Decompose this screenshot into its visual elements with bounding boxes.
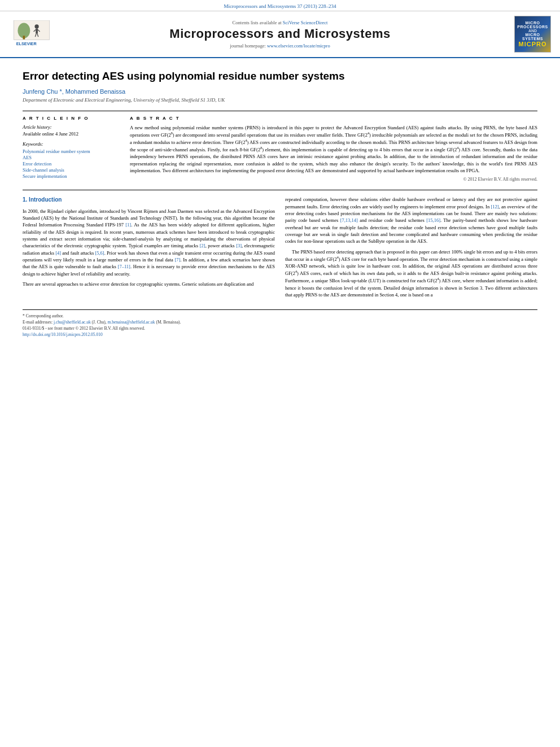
- paper-content: Error detecting AES using polynomial res…: [0, 58, 560, 350]
- keyword-1: Polynomial residue number system: [23, 148, 119, 154]
- intro-para-2: There are several approaches to achieve …: [23, 281, 275, 287]
- keywords-label: Keywords:: [23, 141, 119, 147]
- footnote-doi-link: http://dx.doi.org/10.1016/j.micpro.2012.…: [23, 332, 537, 337]
- keyword-2: AES: [23, 155, 119, 160]
- abstract-heading: A B S T R A C T: [130, 116, 537, 121]
- article-info-abstract-section: A R T I C L E I N F O Article history: A…: [23, 111, 537, 182]
- article-info-heading: A R T I C L E I N F O: [23, 116, 119, 121]
- keyword-3: Error detection: [23, 161, 119, 167]
- right-para-1: repeated computation, however these solu…: [285, 196, 537, 244]
- journal-title-area: Contents lists available at SciVerse Sci…: [60, 20, 500, 49]
- micpro-badge-text: MICPRO: [519, 41, 547, 47]
- svg-text:ELSEVIER: ELSEVIER: [16, 41, 37, 46]
- elsevier-logo-area: ELSEVIER: [9, 20, 54, 49]
- journal-citation: Microprocessors and Microsystems 37 (201…: [224, 3, 336, 9]
- article-info: A R T I C L E I N F O Article history: A…: [23, 116, 119, 182]
- email1-name: (J. Chu),: [92, 320, 107, 325]
- keyword-4: Side-channel analysis: [23, 167, 119, 173]
- journal-badge-area: MICRO PROCESSORS AND MICRO SYSTEMS MICPR…: [506, 16, 551, 53]
- section1-title: 1. Introduction: [23, 196, 275, 204]
- footnote-doi-line: 0141-9331/$ - see front matter © 2012 El…: [23, 326, 537, 331]
- body-divider: [23, 190, 537, 190]
- right-para-2: The PRNS based error detecting approach …: [285, 248, 537, 299]
- keywords-list: Polynomial residue number system AES Err…: [23, 148, 119, 179]
- journal-title: Microprocessors and Microsystems: [60, 27, 500, 41]
- email2-link[interactable]: m.benaissa@sheffield.ac.uk: [108, 320, 155, 325]
- author-names: Junfeng Chu *, Mohammed Benaissa: [23, 88, 125, 95]
- email-label: E-mail addresses:: [23, 320, 53, 325]
- footnote-corresponding: * Corresponding author.: [23, 313, 537, 318]
- body-two-col: 1. Introduction In 2000, the Rijndael ci…: [23, 196, 537, 302]
- email2-name: (M. Benaissa).: [156, 320, 181, 325]
- body-left-col: 1. Introduction In 2000, the Rijndael ci…: [23, 196, 275, 302]
- intro-para-1: In 2000, the Rijndael cipher algorithm, …: [23, 208, 275, 277]
- elsevier-logo-icon: ELSEVIER: [12, 20, 51, 49]
- doi-url[interactable]: http://dx.doi.org/10.1016/j.micpro.2012.…: [23, 332, 103, 337]
- svg-point-3: [34, 24, 38, 28]
- journal-top-bar: Microprocessors and Microsystems 37 (201…: [0, 0, 560, 11]
- sciverse-link[interactable]: SciVerse ScienceDirect: [283, 20, 328, 25]
- paper-footer: * Corresponding author. E-mail addresses…: [23, 309, 537, 337]
- email1-link[interactable]: j.chu@sheffield.ac.uk: [54, 320, 91, 325]
- micpro-badge: MICRO PROCESSORS AND MICRO SYSTEMS MICPR…: [514, 16, 551, 53]
- footnote-email: E-mail addresses: j.chu@sheffield.ac.uk …: [23, 320, 537, 325]
- paper-title: Error detecting AES using polynomial res…: [23, 69, 537, 84]
- svg-rect-4: [36, 28, 38, 33]
- abstract-section: A B S T R A C T A new method using polyn…: [130, 116, 537, 182]
- history-value: Available online 4 June 2012: [23, 131, 119, 137]
- history-label: Article history:: [23, 124, 119, 130]
- copyright-line: © 2012 Elsevier B.V. All rights reserved…: [130, 177, 537, 182]
- body-right-col: repeated computation, however these solu…: [285, 196, 537, 302]
- authors: Junfeng Chu *, Mohammed Benaissa: [23, 88, 537, 95]
- journal-homepage: journal homepage: www.elsevier.com/locat…: [60, 43, 500, 49]
- keyword-5: Secure implementation: [23, 173, 119, 179]
- svg-rect-2: [23, 36, 25, 39]
- affiliation: Department of Electronic and Electrical …: [23, 97, 537, 103]
- abstract-text: A new method using polynomial residue nu…: [130, 124, 537, 174]
- journal-header: ELSEVIER Contents lists available at Sci…: [0, 11, 560, 58]
- sciverse-line: Contents lists available at SciVerse Sci…: [60, 20, 500, 25]
